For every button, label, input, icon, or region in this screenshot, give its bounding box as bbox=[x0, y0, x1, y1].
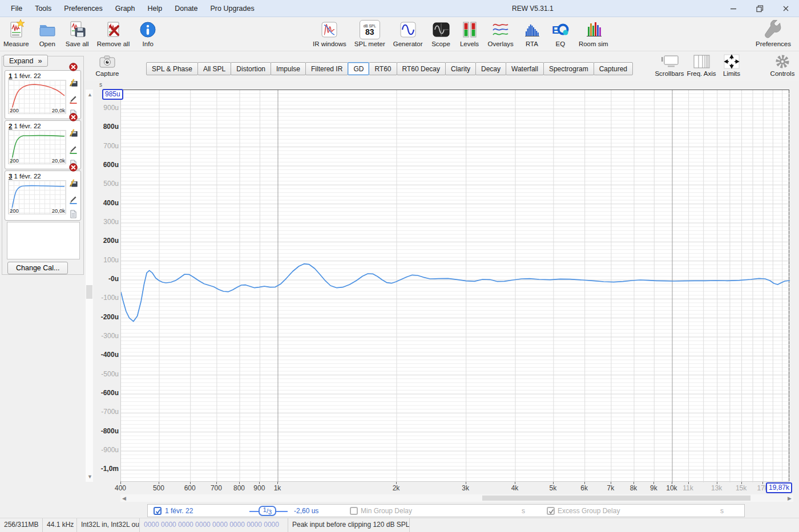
toolbar-button-eq[interactable]: EEQ bbox=[550, 19, 571, 47]
smoothing-fraction-control[interactable]: 1/3 bbox=[259, 506, 276, 516]
view-button-label: Scrollbars bbox=[655, 70, 684, 77]
tab-distortion[interactable]: Distortion bbox=[231, 62, 271, 75]
toolbar-label: Measure bbox=[3, 40, 29, 47]
scrollbars-button[interactable]: Scrollbars bbox=[653, 54, 686, 77]
fraction-numerator: 1 bbox=[263, 506, 267, 513]
x-tick-mark bbox=[239, 482, 240, 484]
measurement-name: 11 févr. 22 bbox=[9, 72, 41, 79]
trace-color-pencil-icon[interactable] bbox=[68, 145, 78, 154]
close-button[interactable] bbox=[773, 0, 799, 17]
limits-button[interactable]: Limits bbox=[719, 54, 744, 77]
scope-icon bbox=[431, 19, 451, 39]
measurement-checkbox[interactable] bbox=[154, 507, 162, 515]
tab-spectrogram[interactable]: Spectrogram bbox=[543, 62, 594, 75]
scroll-left-icon[interactable]: ◀ bbox=[122, 496, 126, 501]
tab-rt60-decay[interactable]: RT60 Decay bbox=[397, 62, 446, 75]
vertical-scrollbar[interactable]: ▲ ▼ bbox=[86, 90, 93, 482]
toolbar-button-measure[interactable]: Measure bbox=[3, 19, 29, 47]
measurement-thumbnail: 20020,0k bbox=[8, 80, 66, 114]
x-tick-label: 7k bbox=[598, 484, 623, 492]
toolbar-label: Preferences bbox=[756, 40, 791, 47]
toolbar-button-remove-all[interactable]: Remove all bbox=[97, 19, 130, 47]
menu-item-pro-upgrades[interactable]: Pro Upgrades bbox=[204, 0, 261, 17]
controls-button[interactable]: Controls bbox=[766, 54, 799, 77]
delay-value: -2,60 us bbox=[294, 507, 318, 515]
trace-color-pencil-icon[interactable] bbox=[68, 95, 78, 104]
tab-gd[interactable]: GD bbox=[348, 62, 369, 75]
notes-icon[interactable] bbox=[68, 209, 78, 218]
check-icon bbox=[155, 509, 161, 514]
toolbar-group-left: MeasureOpenSave allRemove allInfo bbox=[3, 19, 158, 47]
excess-group-delay-checkbox[interactable] bbox=[547, 507, 555, 515]
measurement-index: 1 bbox=[9, 72, 12, 79]
preferences-icon bbox=[764, 19, 783, 39]
x-tick-mark bbox=[633, 482, 634, 484]
delete-measurement-icon[interactable] bbox=[68, 62, 78, 71]
toolbar-button-overlays[interactable]: Overlays bbox=[488, 19, 514, 47]
change-cal-button[interactable]: Change Cal... bbox=[7, 262, 68, 274]
menu-item-file[interactable]: File bbox=[5, 0, 29, 17]
x-tick-mark bbox=[259, 482, 260, 484]
toolbar-button-info[interactable]: Info bbox=[138, 19, 158, 47]
restore-button[interactable] bbox=[746, 0, 773, 17]
tab-clarity[interactable]: Clarity bbox=[445, 62, 476, 75]
y-axis-top-limit-field[interactable]: 985u bbox=[102, 89, 123, 100]
tab-captured[interactable]: Captured bbox=[594, 62, 633, 75]
toolbar-button-room-sim[interactable]: Room sim bbox=[579, 19, 608, 47]
capture-button[interactable]: Capture bbox=[91, 54, 123, 77]
toolbar-button-scope[interactable]: Scope bbox=[431, 19, 451, 47]
status-bar: 256/311MB 44.1 kHz Int32L in, Int32L out… bbox=[0, 518, 799, 532]
toolbar-label: Open bbox=[39, 40, 55, 47]
menu-item-graph[interactable]: Graph bbox=[109, 0, 142, 17]
x-axis-right-limit-field[interactable]: 19,87k bbox=[766, 482, 792, 493]
delete-measurement-icon[interactable] bbox=[68, 163, 78, 172]
scroll-right-icon[interactable]: ▶ bbox=[788, 496, 792, 501]
tab-all-spl[interactable]: All SPL bbox=[197, 62, 231, 75]
spl-meter-icon: dB SPL83 bbox=[360, 19, 380, 39]
tab-decay[interactable]: Decay bbox=[475, 62, 506, 75]
menu-item-tools[interactable]: Tools bbox=[29, 0, 58, 17]
scroll-up-icon[interactable]: ▲ bbox=[87, 92, 92, 98]
delete-measurement-icon[interactable] bbox=[68, 112, 78, 121]
notes-box[interactable] bbox=[7, 222, 80, 259]
trace-color-pencil-icon[interactable] bbox=[68, 195, 78, 204]
group-delay-plot[interactable] bbox=[120, 90, 789, 482]
save-all-icon bbox=[67, 19, 87, 39]
toolbar-button-rta[interactable]: RTA bbox=[522, 19, 542, 47]
x-tick-label: 6k bbox=[572, 484, 597, 492]
toolbar-label: Scope bbox=[431, 40, 450, 47]
open-icon bbox=[38, 19, 57, 39]
freq-axis-button[interactable]: Freq. Axis bbox=[685, 54, 718, 77]
tab-filtered-ir[interactable]: Filtered IR bbox=[305, 62, 348, 75]
tab-rt60[interactable]: RT60 bbox=[369, 62, 397, 75]
edit-save-icon[interactable] bbox=[68, 178, 78, 187]
tab-spl-phase[interactable]: SPL & Phase bbox=[146, 62, 198, 75]
measurement-name: 21 févr. 22 bbox=[9, 123, 41, 129]
horizontal-scroll-thumb[interactable] bbox=[482, 496, 750, 501]
toolbar-label: Overlays bbox=[488, 40, 514, 47]
edit-save-icon[interactable] bbox=[68, 78, 78, 87]
tab-impulse[interactable]: Impulse bbox=[271, 62, 306, 75]
graph-toolbar: Capture SPL & PhaseAll SPLDistortionImpu… bbox=[0, 51, 799, 81]
menu-item-help[interactable]: Help bbox=[142, 0, 169, 17]
horizontal-scrollbar[interactable]: ◀ ▶ bbox=[120, 494, 793, 502]
menu-item-preferences[interactable]: Preferences bbox=[58, 0, 108, 17]
toolbar-button-preferences[interactable]: Preferences bbox=[756, 19, 791, 47]
graph-legend-bar: 1 févr. 22 1/3 -2,60 us Min Group Delay … bbox=[147, 504, 745, 517]
minimize-button[interactable] bbox=[720, 0, 746, 17]
tab-waterfall[interactable]: Waterfall bbox=[506, 62, 544, 75]
toolbar-button-levels[interactable]: Levels bbox=[459, 19, 480, 47]
toolbar-button-open[interactable]: Open bbox=[37, 19, 58, 47]
toolbar-button-save-all[interactable]: Save all bbox=[66, 19, 89, 47]
x-tick-label: 400 bbox=[108, 484, 133, 492]
scroll-down-icon[interactable]: ▼ bbox=[87, 474, 92, 480]
toolbar-button-generator[interactable]: Generator bbox=[393, 19, 423, 47]
toolbar-button-spl-meter[interactable]: dB SPL83SPL meter bbox=[354, 19, 385, 47]
menu-item-donate[interactable]: Donate bbox=[168, 0, 204, 17]
info-icon bbox=[138, 19, 158, 39]
min-group-delay-checkbox[interactable] bbox=[350, 507, 358, 515]
toolbar-button-ir-windows[interactable]: IR windows bbox=[313, 19, 346, 47]
vertical-scroll-thumb[interactable] bbox=[86, 285, 92, 299]
edit-save-icon[interactable] bbox=[68, 128, 78, 137]
expand-button[interactable]: Expand » bbox=[3, 55, 48, 67]
